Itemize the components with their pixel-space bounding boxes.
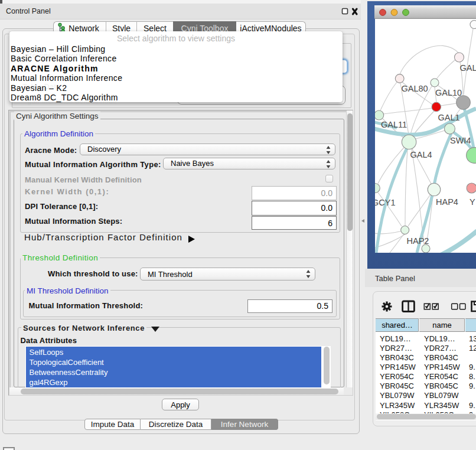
svg-text:GAL80: GAL80 bbox=[402, 84, 428, 93]
svg-text:GCY1: GCY1 bbox=[375, 198, 396, 207]
svg-text:GAL11: GAL11 bbox=[381, 120, 407, 129]
svg-text:GAL4: GAL4 bbox=[410, 150, 432, 159]
svg-text:GAL1: GAL1 bbox=[438, 113, 460, 122]
svg-text:SWI4: SWI4 bbox=[450, 136, 471, 145]
svg-text:Y: Y bbox=[470, 197, 475, 207]
svg-text:HAP2: HAP2 bbox=[407, 236, 429, 246]
svg-text:GAL: GAL bbox=[460, 63, 476, 73]
svg-text:GAL10: GAL10 bbox=[435, 88, 462, 97]
svg-text:HAP4: HAP4 bbox=[436, 197, 458, 207]
